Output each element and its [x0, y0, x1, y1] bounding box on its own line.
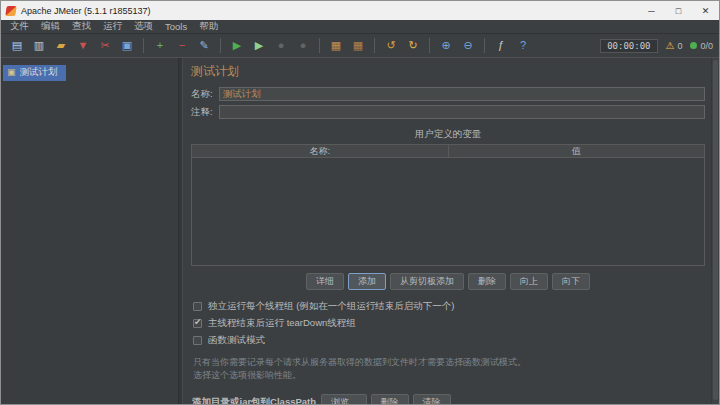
menu-item-search[interactable]: 查找	[66, 20, 97, 33]
toolbar-separator	[143, 38, 144, 53]
variables-actions: 详细 添加 从剪切板添加 删除 向上 向下	[191, 273, 705, 290]
stop-icon[interactable]: ●	[271, 36, 291, 56]
toolbar-icon-glyph: ▼	[78, 40, 89, 51]
checkbox-run-teardown-thread-groups[interactable]: 主线程结束后运行 tearDown线程组	[193, 317, 705, 330]
page-title: 测试计划	[191, 63, 705, 80]
comments-row: 注释:	[191, 105, 705, 119]
help-icon[interactable]: ?	[513, 36, 533, 56]
jmeter-logo-icon	[5, 6, 16, 16]
checkbox[interactable]	[193, 336, 202, 345]
browse-button[interactable]: 浏览...	[321, 394, 367, 404]
delete-button[interactable]: 删除	[468, 273, 506, 290]
save-icon[interactable]: ▼	[73, 36, 93, 56]
toolbar-separator	[220, 38, 221, 53]
toolbar-icon-glyph: ?	[520, 40, 526, 51]
start-icon[interactable]: ▶	[227, 36, 247, 56]
function-helper-icon[interactable]: ƒ	[491, 36, 511, 56]
toolbar-icons: ▤ ▥ ▰ ▼ ✂ ▣	[7, 36, 533, 56]
test-plan-tree: ▣ 测试计划	[1, 58, 178, 404]
toolbar-icon-glyph: ▶	[255, 40, 263, 51]
tree-item-label: 测试计划	[20, 66, 58, 79]
test-plan-editor: 测试计划 名称: 注释: 用户定义的变量 名称: 值	[183, 58, 719, 404]
functional-mode-help-text: 只有当你需要记录每个请求从服务器取得的数据到文件时才需要选择函数测试模式。 选择…	[193, 356, 705, 383]
vertical-scrollbar[interactable]	[711, 58, 719, 404]
expand-all-icon[interactable]: +	[150, 36, 170, 56]
collapse-all-icon[interactable]: −	[172, 36, 192, 56]
search-icon[interactable]: ⊕	[436, 36, 456, 56]
start-no-timers-icon[interactable]: ▶	[249, 36, 269, 56]
menu-item-help[interactable]: 帮助	[193, 20, 224, 33]
toolbar-separator	[484, 38, 485, 53]
templates-icon[interactable]: ▥	[29, 36, 49, 56]
detail-button[interactable]: 详细	[306, 273, 344, 290]
menu-item-file[interactable]: 文件	[4, 20, 35, 33]
window-controls: ─ □ ✕	[638, 1, 719, 20]
close-button[interactable]: ✕	[692, 1, 719, 20]
user-defined-variables-title: 用户定义的变量	[191, 128, 705, 141]
menu-item-run[interactable]: 运行	[97, 20, 128, 33]
toolbar-separator	[319, 38, 320, 53]
toolbar-icon-glyph: ⊖	[463, 40, 472, 51]
variables-table-body[interactable]	[192, 158, 704, 265]
classpath-label: 添加目录或jar包到ClassPath	[192, 396, 316, 404]
remote-stop-all-icon[interactable]: ▦	[348, 36, 368, 56]
name-label: 名称:	[191, 88, 213, 101]
variables-column-header: 值	[449, 145, 705, 157]
toolbar-separator	[374, 38, 375, 53]
variables-column-header: 名称:	[192, 145, 449, 157]
checkbox-run-thread-groups-consecutively[interactable]: 独立运行每个线程组 (例如在一个组运行结束后启动下一个)	[193, 300, 705, 313]
maximize-button[interactable]: □	[665, 1, 692, 20]
toolbar-status-area: 00:00:00 ⚠ 0 0/0	[600, 39, 713, 53]
add-from-clipboard-button[interactable]: 从剪切板添加	[390, 273, 464, 290]
checkbox[interactable]	[193, 319, 202, 328]
comments-input[interactable]	[219, 105, 705, 119]
search-reset-icon[interactable]: ⊖	[458, 36, 478, 56]
window-title: Apache JMeter (5.1.1 r1855137)	[21, 6, 151, 16]
user-defined-variables-table: 名称: 值	[191, 144, 705, 266]
toggle-icon[interactable]: ▣	[117, 36, 137, 56]
toolbar-icon-glyph: ↺	[386, 40, 395, 51]
down-button[interactable]: 向下	[552, 273, 590, 290]
comments-label: 注释:	[191, 106, 213, 119]
title-bar: Apache JMeter (5.1.1 r1855137) ─ □ ✕	[1, 1, 719, 20]
warning-icon: ⚠	[666, 41, 675, 51]
remote-start-all-icon[interactable]: ▦	[326, 36, 346, 56]
menu-item-edit[interactable]: 编辑	[35, 20, 66, 33]
classpath-buttons: 浏览... 删除 清除	[321, 394, 451, 404]
log-warnings-indicator[interactable]: ⚠ 0	[666, 41, 683, 51]
toolbar-icon-glyph: ✂	[100, 40, 109, 51]
new-file-icon[interactable]: ▤	[7, 36, 27, 56]
minimize-button[interactable]: ─	[638, 1, 665, 20]
toolbar-icon-glyph: ▦	[331, 40, 341, 51]
open-file-icon[interactable]: ▰	[51, 36, 71, 56]
scrollbar-thumb[interactable]	[713, 60, 718, 400]
toolbar-icon-glyph: −	[179, 40, 185, 51]
toolbar: ▤ ▥ ▰ ▼ ✂ ▣	[1, 34, 719, 58]
cut-icon[interactable]: ✂	[95, 36, 115, 56]
menu-item-tools[interactable]: Tools	[159, 21, 193, 32]
checkbox-label: 主线程结束后运行 tearDown线程组	[208, 317, 356, 330]
toolbar-icon-glyph: +	[157, 40, 163, 51]
toolbar-icon-glyph: ▦	[353, 40, 363, 51]
toolbar-icon-glyph: ▤	[12, 40, 22, 51]
checkbox-functional-test-mode[interactable]: 函数测试模式	[193, 334, 705, 347]
variables-table-header: 名称: 值	[192, 145, 704, 158]
clear-all-icon[interactable]: ↻	[403, 36, 423, 56]
active-threads-icon	[690, 42, 697, 49]
edit-icon[interactable]: ✎	[194, 36, 214, 56]
toolbar-icon-glyph: ▰	[57, 40, 65, 51]
checkbox[interactable]	[193, 302, 202, 311]
toolbar-icon-glyph: ✎	[199, 40, 208, 51]
name-row: 名称:	[191, 87, 705, 101]
name-input[interactable]	[219, 87, 705, 101]
menu-item-options[interactable]: 选项	[128, 20, 159, 33]
tree-item-test-plan[interactable]: ▣ 测试计划	[3, 65, 66, 81]
classpath-clear-button[interactable]: 清除	[413, 394, 451, 404]
up-button[interactable]: 向上	[510, 273, 548, 290]
shutdown-icon[interactable]: ●	[293, 36, 313, 56]
classpath-delete-button[interactable]: 删除	[371, 394, 409, 404]
clear-icon[interactable]: ↺	[381, 36, 401, 56]
checkbox-label: 独立运行每个线程组 (例如在一个组运行结束后启动下一个)	[208, 300, 454, 313]
help-line: 选择这个选项很影响性能。	[193, 369, 705, 383]
add-button[interactable]: 添加	[348, 273, 386, 290]
